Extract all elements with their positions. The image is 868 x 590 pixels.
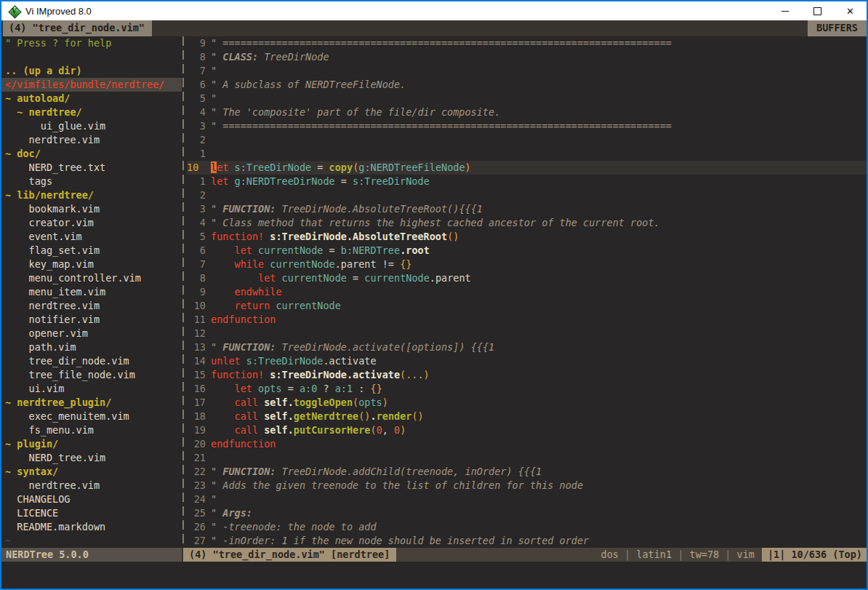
code-text: call self.putCursorHere(0, 0) (211, 423, 406, 437)
code-line[interactable]: 18 call self.getNerdtree().render() (187, 410, 867, 423)
code-line[interactable]: 3" =====================================… (187, 119, 867, 133)
code-text: endwhile (211, 285, 282, 299)
tree-node-file[interactable]: nerdtree.vim (5, 133, 182, 147)
line-number: 6 (187, 78, 206, 92)
code-line-current[interactable]: 10let s:TreeDirNode = copy(g:NERDTreeFil… (187, 161, 867, 175)
tree-node-file[interactable]: CHANGELOG (5, 493, 182, 506)
code-line[interactable]: 1 (187, 147, 867, 161)
tree-node-file[interactable]: key_map.vim (5, 258, 182, 271)
code-line[interactable]: 21 (187, 451, 867, 465)
tree-node-dir[interactable]: ~ nerdtree_plugin/ (5, 396, 182, 410)
tree-node-dir[interactable]: ~ doc/ (5, 147, 182, 161)
code-line[interactable]: 4" Class method that returns the highest… (187, 216, 867, 230)
tree-node-file[interactable]: menu_controller.vim (5, 271, 182, 285)
code-line[interactable]: 7" (187, 64, 867, 78)
tree-node-file[interactable]: NERD_tree.txt (5, 161, 182, 175)
tree-node-file[interactable]: menu_item.vim (5, 285, 182, 299)
tree-node-dir[interactable]: ~ syntax/ (5, 465, 182, 479)
code-line[interactable]: 8 let currentNode = currentNode.parent (187, 271, 867, 285)
titlebar[interactable]: V Vi IMproved 8.0 ✕ (1, 1, 867, 20)
code-line[interactable]: 7 while currentNode.parent != {} (187, 258, 867, 271)
tree-node-file[interactable]: ui.vim (5, 382, 182, 396)
code-line[interactable]: 4" The 'composite' part of the file/dir … (187, 105, 867, 119)
code-line[interactable]: 13" FUNCTION: TreeDirNode.activate([opti… (187, 340, 867, 354)
line-number: 4 (187, 105, 206, 119)
tree-node-file[interactable]: tags (5, 175, 182, 188)
line-number: 9 (187, 285, 206, 299)
line-number: 18 (187, 410, 206, 423)
code-line[interactable]: 5" (187, 92, 867, 105)
code-text: unlet s:TreeDirNode.activate (211, 354, 377, 368)
tree-node-dir[interactable]: ~ autoload/ (5, 92, 182, 105)
tree-node-file[interactable]: README.markdown (5, 520, 182, 534)
command-line[interactable] (1, 562, 867, 589)
tree-node-selected-root[interactable]: </vimfiles/bundle/nerdtree/ (1, 78, 182, 92)
tree-node-file[interactable]: exec_menuitem.vim (5, 410, 182, 423)
code-line[interactable]: 11endfunction (187, 313, 867, 327)
nerdtree-panel: " Press ? for help .. (up a dir)</vimfil… (1, 36, 182, 548)
code-line[interactable]: 5function! s:TreeDirNode.AbsoluteTreeRoo… (187, 230, 867, 244)
tree-node-file[interactable]: bookmark.vim (5, 202, 182, 216)
tree-node-file[interactable]: nerdtree.vim (5, 299, 182, 313)
tab-current[interactable]: (4) "tree_dir_node.vim" (3, 20, 152, 36)
code-line[interactable]: 6" A subclass of NERDTreeFileNode. (187, 78, 867, 92)
code-line[interactable]: 24" (187, 493, 867, 506)
code-line[interactable]: 1let g:NERDTreeDirNode = s:TreeDirNode (187, 175, 867, 188)
code-line[interactable]: 10 return currentNode (187, 299, 867, 313)
code-line[interactable]: 2 (187, 133, 867, 147)
code-text: call self.toggleOpen(opts) (211, 396, 388, 410)
tree-node-file[interactable]: LICENCE (5, 506, 182, 520)
tree-node-up-dir[interactable]: .. (up a dir) (5, 64, 182, 78)
code-line[interactable]: 12 (187, 327, 867, 340)
line-number: 2 (187, 188, 206, 202)
code-line[interactable]: 15function! s:TreeDirNode.activate(...) (187, 368, 867, 382)
tree-blank-line (5, 50, 182, 64)
tree-node-file[interactable]: flag_set.vim (5, 244, 182, 258)
code-line[interactable]: 19 call self.putCursorHere(0, 0) (187, 423, 867, 437)
code-text: " (211, 64, 217, 78)
line-number: 8 (187, 50, 206, 64)
tree-node-file[interactable]: notifier.vim (5, 313, 182, 327)
tree-node-dir[interactable]: ~ nerdtree/ (5, 105, 182, 119)
tree-node-dir[interactable]: ~ lib/nerdtree/ (5, 188, 182, 202)
code-text: function! s:TreeDirNode.AbsoluteTreeRoot… (211, 230, 459, 244)
code-line[interactable]: 6 let currentNode = b:NERDTree.root (187, 244, 867, 258)
code-line[interactable]: 22" FUNCTION: TreeDirNode.addChild(treen… (187, 465, 867, 479)
code-text: let g:NERDTreeDirNode = s:TreeDirNode (211, 175, 430, 188)
tree-node-file[interactable]: ui_glue.vim (5, 119, 182, 133)
code-text: return currentNode (211, 299, 341, 313)
code-line[interactable]: 3" FUNCTION: TreeDirNode.AbsoluteTreeRoo… (187, 202, 867, 216)
statusline-file-info: dos | latin1 | tw=78 | vim (396, 548, 762, 562)
code-line[interactable]: 9 endwhile (187, 285, 867, 299)
tree-node-file[interactable]: nerdtree.vim (5, 479, 182, 493)
code-line[interactable]: 2 (187, 188, 867, 202)
tree-node-file[interactable]: fs_menu.vim (5, 423, 182, 437)
tree-node-dir[interactable]: ~ plugin/ (5, 437, 182, 451)
code-line[interactable]: 9" =====================================… (187, 36, 867, 50)
line-number: 3 (187, 119, 206, 133)
code-line[interactable]: 20endfunction (187, 437, 867, 451)
code-line[interactable]: 14unlet s:TreeDirNode.activate (187, 354, 867, 368)
tree-node-file[interactable]: tree_file_node.vim (5, 368, 182, 382)
minimize-icon (781, 11, 789, 12)
code-line[interactable]: 27" -inOrder: 1 if the new node should b… (187, 534, 867, 548)
maximize-button[interactable] (801, 1, 834, 20)
tree-node-file[interactable]: creator.vim (5, 216, 182, 230)
tree-node-file[interactable]: tree_dir_node.vim (5, 354, 182, 368)
code-line[interactable]: 26" -treenode: the node to add (187, 520, 867, 534)
tree-node-file[interactable]: path.vim (5, 340, 182, 354)
vim-app-icon: V (8, 5, 20, 17)
code-line[interactable]: 8" CLASS: TreeDirNode (187, 50, 867, 64)
tree-node-file[interactable]: opener.vim (5, 327, 182, 340)
code-line[interactable]: 17 call self.toggleOpen(opts) (187, 396, 867, 410)
statusline-filename: (4) "tree_dir_node.vim" [nerdtree] (183, 548, 396, 562)
text-cursor: l (211, 162, 217, 173)
code-line[interactable]: 16 let opts = a:0 ? a:1 : {} (187, 382, 867, 396)
maximize-icon (813, 7, 821, 15)
minimize-button[interactable] (768, 1, 801, 20)
close-button[interactable]: ✕ (834, 1, 867, 20)
tree-node-file[interactable]: NERD_tree.vim (5, 451, 182, 465)
code-line[interactable]: 23" Adds the given treenode to the list … (187, 479, 867, 493)
tree-node-file[interactable]: event.vim (5, 230, 182, 244)
code-line[interactable]: 25" Args: (187, 506, 867, 520)
